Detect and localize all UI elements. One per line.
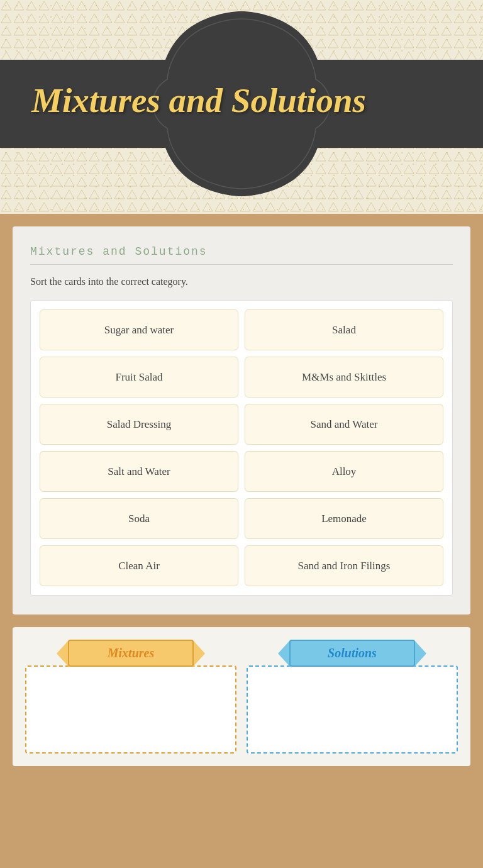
card-card-1[interactable]: Sugar and water xyxy=(40,309,238,350)
mixtures-label: Mixtures xyxy=(108,646,154,660)
solutions-ribbon: Solutions xyxy=(289,640,415,667)
card-card-2[interactable]: Salad xyxy=(245,309,443,350)
page-header: Mixtures and Solutions xyxy=(0,0,483,214)
solutions-ribbon-right-tail xyxy=(414,640,426,667)
mixtures-drop-area[interactable] xyxy=(25,665,236,754)
page-title: Mixtures and Solutions xyxy=(31,81,366,120)
card-card-10[interactable]: Lemonade xyxy=(245,498,443,539)
cards-grid: Sugar and waterSaladFruit SaladM&Ms and … xyxy=(30,300,453,596)
solutions-ribbon-body: Solutions xyxy=(289,640,415,667)
panel-subtitle: Mixtures and Solutions xyxy=(30,245,453,258)
card-card-6[interactable]: Sand and Water xyxy=(245,404,443,445)
sort-instruction: Sort the cards into the correct category… xyxy=(30,276,453,287)
card-card-3[interactable]: Fruit Salad xyxy=(40,357,238,398)
mixtures-ribbon-body: Mixtures xyxy=(68,640,194,667)
drop-zones-container: Mixtures Solutions xyxy=(25,640,458,754)
solutions-zone-wrapper: Solutions xyxy=(247,640,458,754)
solutions-drop-area[interactable] xyxy=(247,665,458,754)
mixtures-ribbon-right-tail xyxy=(192,640,205,667)
mixtures-ribbon-left-tail xyxy=(57,640,69,667)
card-card-4[interactable]: M&Ms and Skittles xyxy=(245,357,443,398)
card-card-8[interactable]: Alloy xyxy=(245,451,443,492)
mixtures-zone-wrapper: Mixtures xyxy=(25,640,236,754)
drop-zones-panel: Mixtures Solutions xyxy=(13,627,470,766)
solutions-ribbon-left-tail xyxy=(278,640,291,667)
card-card-12[interactable]: Sand and Iron Filings xyxy=(245,545,443,586)
main-content: Mixtures and Solutions Sort the cards in… xyxy=(0,214,483,868)
cards-panel: Mixtures and Solutions Sort the cards in… xyxy=(13,226,470,615)
card-card-11[interactable]: Clean Air xyxy=(40,545,238,586)
card-card-7[interactable]: Salt and Water xyxy=(40,451,238,492)
card-card-5[interactable]: Salad Dressing xyxy=(40,404,238,445)
panel-divider xyxy=(30,264,453,265)
solutions-label: Solutions xyxy=(328,646,377,660)
card-card-9[interactable]: Soda xyxy=(40,498,238,539)
mixtures-ribbon: Mixtures xyxy=(68,640,194,667)
